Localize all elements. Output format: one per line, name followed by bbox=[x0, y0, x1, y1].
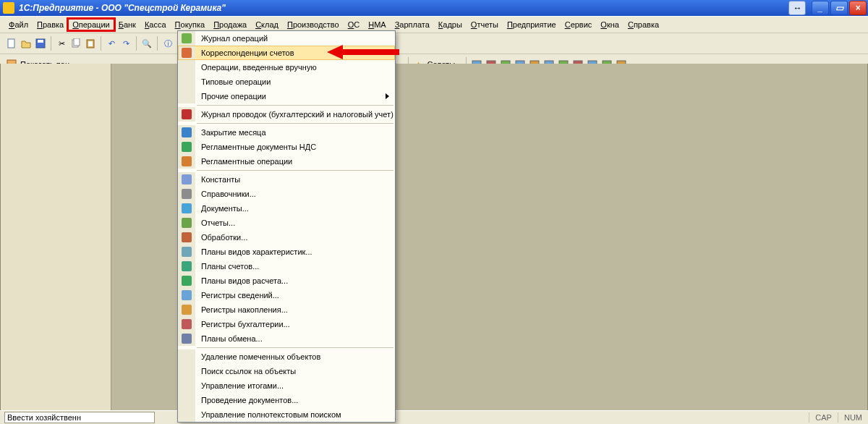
sync-button[interactable]: ↔ bbox=[788, 1, 806, 15]
find-icon[interactable]: 🔍 bbox=[141, 38, 153, 49]
menu-зарплата[interactable]: Зарплата bbox=[391, 19, 434, 30]
save-icon[interactable] bbox=[35, 38, 46, 49]
svg-rect-6 bbox=[88, 41, 93, 46]
menu-item-label: Управление полнотекстовым поиском bbox=[195, 410, 395, 419]
statusbar: CAP NUM bbox=[0, 410, 868, 424]
menu-правка[interactable]: Правка bbox=[33, 19, 68, 30]
menu-item-label: Регистры накопления... bbox=[195, 305, 395, 314]
menu-item-22[interactable]: Регистры бухгалтерии... bbox=[178, 317, 395, 331]
menu-склад[interactable]: Склад bbox=[251, 19, 283, 30]
menu-продажа[interactable]: Продажа bbox=[209, 19, 251, 30]
menu-item-label: Регламентные операции bbox=[195, 157, 395, 166]
menu-item-icon bbox=[178, 393, 195, 407]
menu-item-label: Регламентные документы НДС bbox=[195, 143, 395, 151]
menu-отчеты[interactable]: Отчеты bbox=[467, 19, 503, 30]
new-file-icon[interactable] bbox=[6, 38, 17, 49]
menu-item-20[interactable]: Регистры сведений... bbox=[178, 288, 395, 302]
menu-item-6[interactable]: Журнал проводок (бухгалтерский и налогов… bbox=[178, 107, 395, 122]
help-circle-icon[interactable]: ⓘ bbox=[162, 38, 174, 49]
toolbar-main: ✂ ↶ ↷ 🔍 ⓘ ? ⬣ M M+ Мж bbox=[0, 33, 868, 54]
menu-item-label: Корреспонденции счетов bbox=[195, 48, 395, 57]
minimize-button[interactable]: _ bbox=[812, 1, 829, 15]
menu-separator bbox=[197, 347, 393, 348]
svg-rect-0 bbox=[8, 39, 14, 48]
left-rail bbox=[1, 64, 111, 411]
undo-icon[interactable]: ↶ bbox=[106, 38, 117, 49]
menu-item-27[interactable]: Управление итогами... bbox=[178, 378, 395, 393]
cut-icon[interactable]: ✂ bbox=[56, 38, 67, 49]
menu-item-icon bbox=[178, 140, 195, 154]
menu-item-icon bbox=[178, 230, 195, 245]
menu-item-1[interactable]: Корреспонденции счетов bbox=[178, 46, 395, 60]
menu-нма[interactable]: НМА bbox=[364, 19, 390, 30]
menu-item-label: Планы счетов... bbox=[195, 262, 395, 271]
menu-item-icon bbox=[178, 60, 195, 75]
close-button[interactable]: × bbox=[849, 1, 867, 15]
menu-item-icon bbox=[178, 187, 195, 201]
menu-кадры[interactable]: Кадры bbox=[434, 19, 467, 30]
menu-item-26[interactable]: Поиск ссылок на объекты bbox=[178, 364, 395, 378]
menu-item-21[interactable]: Регистры накопления... bbox=[178, 302, 395, 317]
menu-файл[interactable]: Файл bbox=[4, 19, 33, 30]
menu-item-icon bbox=[178, 349, 195, 364]
menu-item-13[interactable]: Справочники... bbox=[178, 187, 395, 201]
paste-icon[interactable] bbox=[85, 38, 96, 49]
menu-item-icon bbox=[178, 259, 195, 274]
menu-сервис[interactable]: Сервис bbox=[561, 19, 597, 30]
menu-item-icon bbox=[178, 75, 195, 89]
menu-item-23[interactable]: Планы обмена... bbox=[178, 331, 395, 346]
window-title: 1С:Предприятие - ООО "Спецстрой Керамика… bbox=[19, 3, 226, 13]
menu-item-3[interactable]: Типовые операции bbox=[178, 75, 395, 89]
maximize-button[interactable]: ▭ bbox=[830, 1, 848, 15]
menu-item-4[interactable]: Прочие операции bbox=[178, 89, 395, 103]
app-icon bbox=[3, 2, 14, 14]
menu-операции[interactable]: Операции bbox=[68, 19, 114, 30]
menu-item-label: Прочие операции bbox=[195, 92, 386, 101]
menu-item-8[interactable]: Закрытие месяца bbox=[178, 125, 395, 140]
menu-item-icon bbox=[178, 274, 195, 288]
menu-покупка[interactable]: Покупка bbox=[171, 19, 210, 30]
menu-item-label: Регистры бухгалтерии... bbox=[195, 320, 395, 328]
open-icon[interactable] bbox=[20, 38, 32, 49]
menu-касса[interactable]: Касса bbox=[140, 19, 171, 30]
menu-банк[interactable]: Банк bbox=[114, 19, 140, 30]
menu-item-label: Удаление помеченных объектов bbox=[195, 352, 395, 361]
menu-item-icon bbox=[178, 364, 195, 378]
menu-item-label: Проведение документов... bbox=[195, 396, 395, 404]
menu-item-label: Обработки... bbox=[195, 233, 395, 242]
menu-item-2[interactable]: Операции, введенные вручную bbox=[178, 60, 395, 75]
menu-item-label: Типовые операции bbox=[195, 77, 395, 86]
menu-item-17[interactable]: Планы видов характеристик... bbox=[178, 245, 395, 259]
menu-item-18[interactable]: Планы счетов... bbox=[178, 259, 395, 274]
menu-item-icon bbox=[178, 125, 195, 140]
menu-item-label: Отчеты... bbox=[195, 219, 395, 227]
menu-справка[interactable]: Справка bbox=[624, 19, 663, 30]
menu-item-14[interactable]: Документы... bbox=[178, 201, 395, 216]
menu-производство[interactable]: Производство bbox=[283, 19, 344, 30]
copy-icon[interactable] bbox=[70, 38, 82, 49]
menu-окна[interactable]: Окна bbox=[596, 19, 624, 30]
menu-ос[interactable]: ОС bbox=[344, 19, 365, 30]
menu-item-label: Регистры сведений... bbox=[195, 291, 395, 300]
menu-item-15[interactable]: Отчеты... bbox=[178, 216, 395, 230]
menu-item-12[interactable]: Константы bbox=[178, 172, 395, 187]
menu-item-28[interactable]: Проведение документов... bbox=[178, 393, 395, 407]
menu-item-10[interactable]: Регламентные операции bbox=[178, 154, 395, 169]
menu-item-25[interactable]: Удаление помеченных объектов bbox=[178, 349, 395, 364]
menu-item-label: Документы... bbox=[195, 204, 395, 213]
menu-item-19[interactable]: Планы видов расчета... bbox=[178, 274, 395, 288]
menu-item-29[interactable]: Управление полнотекстовым поиском bbox=[178, 407, 395, 422]
menu-item-label: Справочники... bbox=[195, 190, 395, 198]
menu-item-16[interactable]: Обработки... bbox=[178, 230, 395, 245]
menu-item-0[interactable]: Журнал операций bbox=[178, 31, 395, 46]
menu-item-icon bbox=[178, 378, 195, 393]
titlebar: 1С:Предприятие - ООО "Спецстрой Керамика… bbox=[0, 0, 868, 16]
menu-item-icon bbox=[178, 107, 195, 122]
menu-предприятие[interactable]: Предприятие bbox=[503, 19, 561, 30]
menu-item-label: Операции, введенные вручную bbox=[195, 63, 395, 72]
menu-item-9[interactable]: Регламентные документы НДС bbox=[178, 140, 395, 154]
status-num: NUM bbox=[838, 412, 868, 423]
redo-icon[interactable]: ↷ bbox=[120, 38, 132, 49]
menu-item-label: Константы bbox=[195, 175, 395, 184]
status-input[interactable] bbox=[4, 412, 155, 423]
